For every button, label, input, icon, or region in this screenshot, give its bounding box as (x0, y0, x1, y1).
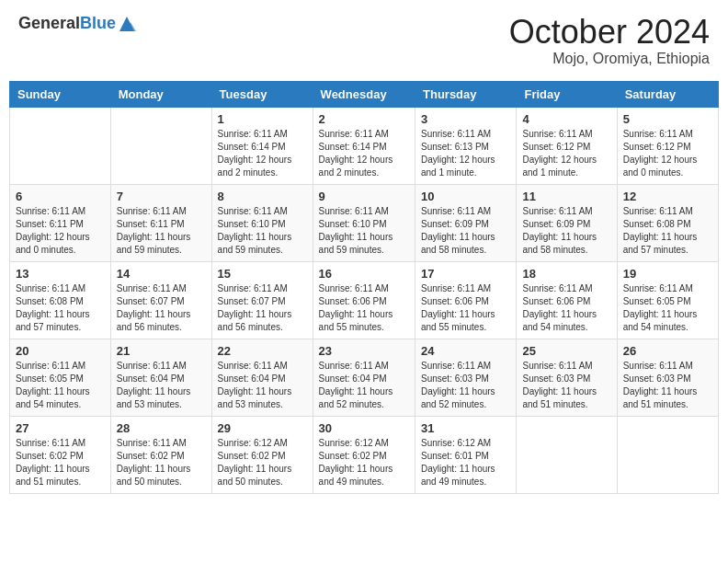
calendar-cell: 5Sunrise: 6:11 AM Sunset: 6:12 PM Daylig… (617, 107, 718, 184)
day-number: 27 (16, 421, 105, 435)
day-header-friday: Friday (517, 81, 617, 107)
day-info: Sunrise: 6:11 AM Sunset: 6:06 PM Dayligh… (522, 282, 610, 334)
calendar-cell: 13Sunrise: 6:11 AM Sunset: 6:08 PM Dayli… (10, 261, 111, 339)
day-info: Sunrise: 6:11 AM Sunset: 6:05 PM Dayligh… (623, 282, 712, 334)
calendar-cell: 19Sunrise: 6:11 AM Sunset: 6:05 PM Dayli… (617, 261, 718, 339)
day-info: Sunrise: 6:12 AM Sunset: 6:01 PM Dayligh… (421, 437, 510, 488)
day-number: 15 (218, 267, 307, 281)
header-row: SundayMondayTuesdayWednesdayThursdayFrid… (10, 81, 719, 107)
day-number: 31 (421, 421, 510, 435)
calendar-cell: 1Sunrise: 6:11 AM Sunset: 6:14 PM Daylig… (211, 107, 313, 184)
calendar-cell: 16Sunrise: 6:11 AM Sunset: 6:06 PM Dayli… (313, 261, 415, 339)
calendar-cell: 26Sunrise: 6:11 AM Sunset: 6:03 PM Dayli… (617, 339, 718, 416)
calendar-cell: 29Sunrise: 6:12 AM Sunset: 6:02 PM Dayli… (211, 416, 313, 493)
day-info: Sunrise: 6:11 AM Sunset: 6:09 PM Dayligh… (522, 205, 610, 257)
day-number: 3 (421, 112, 510, 126)
day-info: Sunrise: 6:11 AM Sunset: 6:10 PM Dayligh… (319, 205, 409, 257)
day-number: 26 (623, 344, 712, 358)
day-number: 19 (623, 267, 712, 281)
day-number: 25 (522, 344, 610, 358)
calendar-cell: 24Sunrise: 6:11 AM Sunset: 6:03 PM Dayli… (415, 339, 517, 416)
day-info: Sunrise: 6:11 AM Sunset: 6:03 PM Dayligh… (623, 360, 712, 411)
calendar-cell: 17Sunrise: 6:11 AM Sunset: 6:06 PM Dayli… (415, 261, 517, 339)
calendar-cell: 12Sunrise: 6:11 AM Sunset: 6:08 PM Dayli… (617, 184, 718, 261)
day-info: Sunrise: 6:11 AM Sunset: 6:10 PM Dayligh… (218, 205, 307, 257)
day-number: 1 (218, 112, 307, 126)
week-row-1: 1Sunrise: 6:11 AM Sunset: 6:14 PM Daylig… (10, 107, 719, 184)
calendar-cell: 9Sunrise: 6:11 AM Sunset: 6:10 PM Daylig… (313, 184, 415, 261)
week-row-3: 13Sunrise: 6:11 AM Sunset: 6:08 PM Dayli… (10, 261, 719, 339)
day-info: Sunrise: 6:11 AM Sunset: 6:07 PM Dayligh… (117, 282, 206, 334)
week-row-5: 27Sunrise: 6:11 AM Sunset: 6:02 PM Dayli… (10, 416, 719, 493)
logo-text: GeneralBlue (18, 14, 116, 33)
day-info: Sunrise: 6:12 AM Sunset: 6:02 PM Dayligh… (319, 437, 409, 488)
calendar-cell: 22Sunrise: 6:11 AM Sunset: 6:04 PM Dayli… (211, 339, 313, 416)
calendar-cell: 8Sunrise: 6:11 AM Sunset: 6:10 PM Daylig… (211, 184, 313, 261)
day-number: 23 (319, 344, 409, 358)
day-info: Sunrise: 6:11 AM Sunset: 6:13 PM Dayligh… (421, 128, 510, 179)
calendar-cell: 21Sunrise: 6:11 AM Sunset: 6:04 PM Dayli… (110, 339, 211, 416)
day-info: Sunrise: 6:11 AM Sunset: 6:03 PM Dayligh… (522, 360, 610, 411)
day-info: Sunrise: 6:11 AM Sunset: 6:14 PM Dayligh… (218, 128, 307, 179)
day-info: Sunrise: 6:11 AM Sunset: 6:12 PM Dayligh… (623, 128, 712, 179)
day-info: Sunrise: 6:11 AM Sunset: 6:04 PM Dayligh… (117, 360, 206, 411)
logo-general: General (18, 14, 80, 32)
calendar-cell: 15Sunrise: 6:11 AM Sunset: 6:07 PM Dayli… (211, 261, 313, 339)
logo-blue: Blue (80, 14, 116, 32)
day-info: Sunrise: 6:11 AM Sunset: 6:02 PM Dayligh… (117, 437, 206, 488)
day-header-wednesday: Wednesday (313, 81, 415, 107)
calendar-cell: 14Sunrise: 6:11 AM Sunset: 6:07 PM Dayli… (110, 261, 211, 339)
logo-icon (118, 15, 136, 33)
day-number: 13 (16, 267, 105, 281)
calendar-cell: 31Sunrise: 6:12 AM Sunset: 6:01 PM Dayli… (415, 416, 517, 493)
calendar-cell: 18Sunrise: 6:11 AM Sunset: 6:06 PM Dayli… (517, 261, 617, 339)
day-info: Sunrise: 6:11 AM Sunset: 6:08 PM Dayligh… (623, 205, 712, 257)
calendar-cell: 7Sunrise: 6:11 AM Sunset: 6:11 PM Daylig… (110, 184, 211, 261)
title-section: October 2024 Mojo, Oromiya, Ethiopia (509, 14, 710, 67)
day-number: 24 (421, 344, 510, 358)
day-info: Sunrise: 6:11 AM Sunset: 6:06 PM Dayligh… (319, 282, 409, 334)
calendar-cell (10, 107, 111, 184)
day-info: Sunrise: 6:11 AM Sunset: 6:05 PM Dayligh… (16, 360, 105, 411)
day-number: 14 (117, 267, 206, 281)
day-number: 4 (522, 112, 610, 126)
calendar-cell: 2Sunrise: 6:11 AM Sunset: 6:14 PM Daylig… (313, 107, 415, 184)
day-header-sunday: Sunday (10, 81, 111, 107)
day-info: Sunrise: 6:11 AM Sunset: 6:04 PM Dayligh… (218, 360, 307, 411)
week-row-4: 20Sunrise: 6:11 AM Sunset: 6:05 PM Dayli… (10, 339, 719, 416)
day-info: Sunrise: 6:11 AM Sunset: 6:12 PM Dayligh… (522, 128, 610, 179)
calendar-cell: 30Sunrise: 6:12 AM Sunset: 6:02 PM Dayli… (313, 416, 415, 493)
day-number: 10 (421, 190, 510, 203)
day-info: Sunrise: 6:11 AM Sunset: 6:07 PM Dayligh… (218, 282, 307, 334)
day-number: 16 (319, 267, 409, 281)
month-title: October 2024 (509, 14, 710, 51)
location: Mojo, Oromiya, Ethiopia (509, 51, 710, 67)
day-number: 2 (319, 112, 409, 126)
day-number: 7 (117, 190, 206, 203)
day-info: Sunrise: 6:11 AM Sunset: 6:14 PM Dayligh… (319, 128, 409, 179)
day-header-monday: Monday (110, 81, 211, 107)
calendar-cell (517, 416, 617, 493)
day-number: 9 (319, 190, 409, 203)
day-number: 30 (319, 421, 409, 435)
day-info: Sunrise: 6:11 AM Sunset: 6:06 PM Dayligh… (421, 282, 510, 334)
week-row-2: 6Sunrise: 6:11 AM Sunset: 6:11 PM Daylig… (10, 184, 719, 261)
day-number: 21 (117, 344, 206, 358)
calendar-cell: 25Sunrise: 6:11 AM Sunset: 6:03 PM Dayli… (517, 339, 617, 416)
day-number: 17 (421, 267, 510, 281)
calendar-cell (617, 416, 718, 493)
day-info: Sunrise: 6:11 AM Sunset: 6:03 PM Dayligh… (421, 360, 510, 411)
day-number: 6 (16, 190, 105, 203)
calendar-cell: 11Sunrise: 6:11 AM Sunset: 6:09 PM Dayli… (517, 184, 617, 261)
day-info: Sunrise: 6:11 AM Sunset: 6:11 PM Dayligh… (16, 205, 105, 257)
day-number: 8 (218, 190, 307, 203)
day-header-saturday: Saturday (617, 81, 718, 107)
day-info: Sunrise: 6:11 AM Sunset: 6:08 PM Dayligh… (16, 282, 105, 334)
day-info: Sunrise: 6:11 AM Sunset: 6:04 PM Dayligh… (319, 360, 409, 411)
day-number: 20 (16, 344, 105, 358)
calendar-cell: 10Sunrise: 6:11 AM Sunset: 6:09 PM Dayli… (415, 184, 517, 261)
calendar-cell: 28Sunrise: 6:11 AM Sunset: 6:02 PM Dayli… (110, 416, 211, 493)
calendar-cell: 27Sunrise: 6:11 AM Sunset: 6:02 PM Dayli… (10, 416, 111, 493)
day-number: 12 (623, 190, 712, 203)
day-number: 5 (623, 112, 712, 126)
